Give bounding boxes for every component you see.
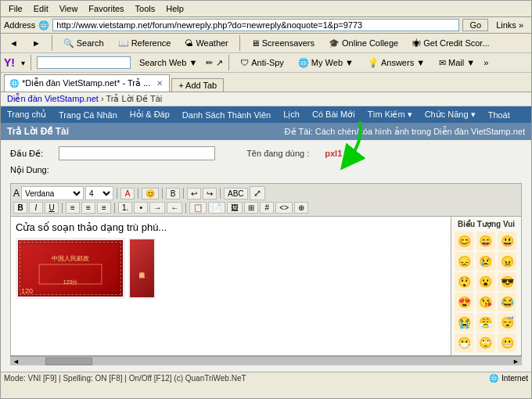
weather-button[interactable]: 🌤 Weather: [179, 36, 233, 50]
scroll-thumb[interactable]: [45, 358, 92, 365]
menu-file[interactable]: File: [4, 2, 27, 15]
editor-content[interactable]: Cửa số soạn thảo dạng trù phú... 中国人民邮政 …: [11, 217, 451, 355]
horizontal-scrollbar[interactable]: ◄ ►: [10, 356, 522, 365]
mail-button[interactable]: ✉ Mail ▼: [433, 56, 480, 70]
more2-button[interactable]: ⊕: [294, 202, 308, 214]
emoji-14[interactable]: 😤: [476, 313, 495, 332]
copy-button[interactable]: 📋: [189, 202, 207, 214]
more-button[interactable]: »: [483, 58, 488, 67]
search-web-button[interactable]: Search Web ▼: [134, 56, 203, 70]
nav-trangcanhan[interactable]: Trang Cá Nhân: [52, 107, 124, 123]
form-body: Đầu Đề: Tên đang dùng : pxl1: [1, 140, 531, 372]
expand-button[interactable]: ⤢: [250, 186, 265, 200]
menu-help[interactable]: Help: [161, 2, 189, 15]
emoji-1[interactable]: 😊: [455, 232, 473, 250]
emoji-grid: 😊 😄 😃 😞 😢 😠 😲 😮 😎 😍 😘 😂: [455, 232, 518, 352]
tab-close-button[interactable]: ✕: [156, 79, 163, 88]
search-sep-icon: ✏: [206, 58, 213, 68]
font-family-select[interactable]: Verdana: [21, 186, 84, 200]
paste-button[interactable]: 📄: [208, 202, 225, 214]
link-button[interactable]: #: [260, 202, 274, 214]
font-size-select[interactable]: 4: [85, 186, 113, 200]
italic-button[interactable]: I: [29, 202, 43, 214]
emoji-16[interactable]: 😷: [455, 333, 473, 352]
get-credit-button[interactable]: 🕷 Get Credit Scor...: [407, 36, 494, 50]
scroll-right-button[interactable]: ►: [510, 358, 522, 365]
yahoo-dropdown-icon[interactable]: ▾: [21, 59, 25, 67]
toolbar-separator-2: [239, 35, 240, 51]
code-button[interactable]: <>: [275, 202, 293, 214]
editor-toolbar-row2: B I U ≡ ≡ ≡ 1. • → ← 📋 📄: [13, 201, 519, 214]
emoji-3[interactable]: 😃: [498, 232, 516, 250]
links-label[interactable]: Links »: [491, 20, 528, 31]
editor-text: Cửa số soạn thảo dạng trù phú...: [16, 221, 446, 233]
emoji-6[interactable]: 😠: [498, 252, 516, 271]
align-right-button[interactable]: ≡: [97, 202, 111, 214]
emoji-13[interactable]: 😭: [455, 313, 473, 332]
editor-sep-3: [162, 188, 163, 199]
screensavers-button[interactable]: 🖥 Screensavers: [246, 36, 320, 50]
font-color-button[interactable]: A: [120, 188, 135, 200]
align-left-button[interactable]: ≡: [66, 202, 80, 214]
menu-favorites[interactable]: Favorites: [84, 2, 128, 15]
emoji-button[interactable]: 😊: [142, 188, 159, 200]
answers-button[interactable]: 💡 Answers ▼: [362, 56, 430, 70]
search-button[interactable]: 🔍 Search: [58, 36, 110, 51]
redo-button[interactable]: ↪: [203, 188, 217, 200]
menu-tools[interactable]: Tools: [131, 2, 160, 15]
nav-trangchu[interactable]: Trang chủ: [1, 106, 52, 123]
emoji-12[interactable]: 😂: [498, 293, 516, 311]
undo-button[interactable]: ↩: [187, 188, 201, 200]
spellcheck-button[interactable]: ABC: [224, 188, 248, 200]
nav-hoidad[interactable]: Hỏi & Đáp: [124, 106, 176, 123]
menu-edit[interactable]: Edit: [29, 2, 53, 15]
back-button[interactable]: ◄: [4, 36, 23, 50]
add-tab-button[interactable]: + Add Tab: [171, 78, 224, 92]
emoji-9[interactable]: 😎: [498, 272, 516, 291]
bold-button[interactable]: B: [13, 202, 27, 214]
breadcrumb-current: Trả Lời Đề Tài: [106, 94, 162, 103]
editor-sep-2: [138, 188, 138, 199]
address-input[interactable]: [52, 19, 459, 31]
myweb-button[interactable]: 🌐 My Web ▼: [293, 56, 359, 70]
nav-lich[interactable]: Lịch: [277, 106, 306, 123]
antispy-button[interactable]: 🛡 Anti-Spy: [235, 56, 289, 70]
emoji-8[interactable]: 😮: [476, 272, 495, 291]
scroll-left-button[interactable]: ◄: [10, 358, 22, 365]
online-college-button[interactable]: 🎓 Online College: [323, 36, 404, 51]
reference-button[interactable]: 📖 Reference: [113, 36, 177, 51]
outdent-button[interactable]: ←: [167, 202, 182, 214]
form-header: Trả Lời Đề Tài Đề Tài: Cách chèn/xóa hìn…: [1, 123, 531, 140]
forward-button[interactable]: ►: [27, 36, 46, 50]
ul-button[interactable]: •: [134, 202, 148, 214]
table-button[interactable]: ⊞: [244, 202, 258, 214]
emoji-4[interactable]: 😞: [455, 252, 473, 271]
indent-button[interactable]: →: [149, 202, 165, 214]
emoji-18[interactable]: 😬: [498, 333, 516, 352]
breadcrumb-link-1[interactable]: Diễn đàn VietStamp.net: [7, 94, 99, 103]
underline-button[interactable]: U: [45, 202, 59, 214]
screensavers-icon: 🖥: [251, 38, 260, 48]
image-button[interactable]: 🖼: [227, 202, 243, 214]
menu-view[interactable]: View: [55, 2, 83, 15]
emoji-7[interactable]: 😲: [455, 272, 473, 291]
breadcrumb: Diễn đàn VietStamp.net › Trả Lời Đề Tài: [1, 92, 531, 106]
search-input[interactable]: [37, 56, 131, 69]
emoji-10[interactable]: 😍: [455, 293, 473, 311]
go-button[interactable]: Go: [462, 19, 488, 31]
ol-button[interactable]: 1.: [118, 202, 132, 214]
emoji-5[interactable]: 😢: [476, 252, 495, 271]
emoji-2[interactable]: 😄: [476, 232, 495, 250]
nav-chucnang[interactable]: Chức Năng: [419, 106, 482, 123]
nav-thoat[interactable]: Thoát: [482, 107, 516, 123]
emoji-11[interactable]: 😘: [476, 293, 495, 311]
editor-area: Cửa số soạn thảo dạng trù phú... 中国人民邮政 …: [10, 216, 522, 356]
text-color-button[interactable]: B: [166, 188, 180, 200]
nav-danhsach[interactable]: Danh Sách Thành Viên: [176, 107, 277, 123]
emoji-15[interactable]: 😴: [498, 313, 516, 332]
active-tab[interactable]: 🌐 *Diễn đàn VietStamp.net* - Trả ... ✕: [4, 74, 170, 92]
emoji-17[interactable]: 🙄: [476, 333, 495, 352]
dau-de-input[interactable]: [59, 146, 215, 160]
editor-sep-4: [183, 188, 184, 199]
align-center-button[interactable]: ≡: [81, 202, 95, 214]
